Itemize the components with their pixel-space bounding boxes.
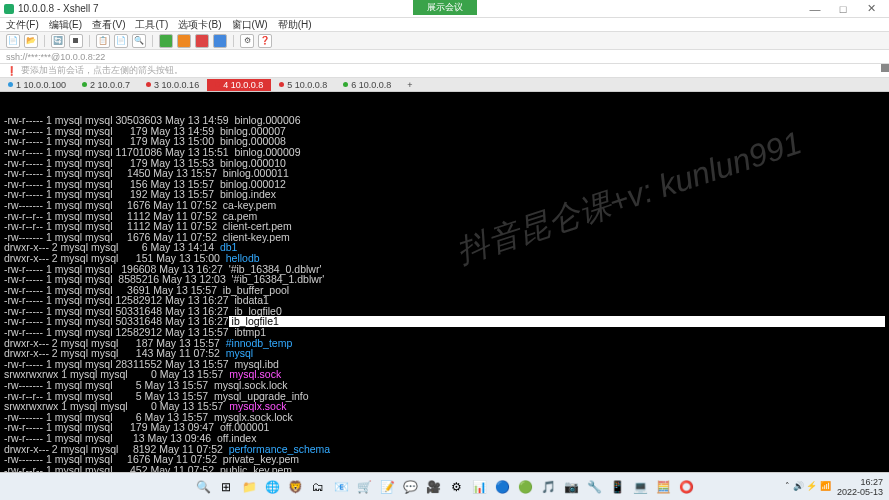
close-button[interactable]: ✕ bbox=[857, 2, 885, 15]
taskbar-app-icon[interactable]: 📱 bbox=[607, 477, 627, 497]
taskbar-app-icon[interactable]: 🟢 bbox=[515, 477, 535, 497]
disconnect-icon[interactable]: ⏹ bbox=[69, 34, 83, 48]
title-bar: 10.0.0.8 - Xshell 7 展示会议 — □ ✕ bbox=[0, 0, 889, 18]
address-text: ssh://***:***@10.0.0.8:22 bbox=[6, 52, 105, 62]
taskbar-app-icon[interactable]: 🔧 bbox=[584, 477, 604, 497]
find-icon[interactable]: 🔍 bbox=[132, 34, 146, 48]
toolbar: 📄 📂 🔄 ⏹ 📋 📄 🔍 ⚙ ❓ bbox=[0, 32, 889, 50]
status-dot-icon bbox=[215, 82, 220, 87]
tool-blue-icon[interactable] bbox=[213, 34, 227, 48]
menu-edit[interactable]: 编辑(E) bbox=[49, 18, 82, 32]
tab-label: 6 10.0.0.8 bbox=[351, 80, 391, 90]
session-tab[interactable]: 1 10.0.0.100 bbox=[0, 79, 74, 91]
taskbar-app-icon[interactable]: ⚙ bbox=[446, 477, 466, 497]
taskbar-app-icon[interactable]: 🔵 bbox=[492, 477, 512, 497]
taskbar-app-icon[interactable]: 🦁 bbox=[285, 477, 305, 497]
taskbar-app-icon[interactable]: 🛒 bbox=[354, 477, 374, 497]
tab-label: 3 10.0.0.16 bbox=[154, 80, 199, 90]
windows-taskbar: 🔍⊞📁🌐🦁🗂📧🛒📝💬🎥⚙📊🔵🟢🎵📷🔧📱💻🧮⭕ ㅤ˄ 🔊 ⚡ 📶 16:27 20… bbox=[0, 472, 889, 500]
tray-time: 16:27 bbox=[860, 477, 883, 487]
minimize-button[interactable]: — bbox=[801, 3, 829, 15]
taskbar-app-icon[interactable]: 💬 bbox=[400, 477, 420, 497]
file-row: -rw------- 1 mysql mysql 1676 May 11 07:… bbox=[4, 200, 885, 211]
file-row: -rw-r----- 1 mysql mysql 13 May 13 09:46… bbox=[4, 433, 885, 444]
session-tab[interactable]: 4 10.0.0.8 bbox=[207, 79, 271, 91]
taskbar-app-icon[interactable]: 📧 bbox=[331, 477, 351, 497]
paste-icon[interactable]: 📄 bbox=[114, 34, 128, 48]
new-tab-button[interactable]: + bbox=[399, 79, 420, 91]
taskbar-app-icon[interactable]: 📝 bbox=[377, 477, 397, 497]
status-dot-icon bbox=[82, 82, 87, 87]
address-bar[interactable]: ssh://***:***@10.0.0.8:22 bbox=[0, 50, 889, 64]
app-icon bbox=[4, 4, 14, 14]
meeting-badge[interactable]: 展示会议 bbox=[413, 0, 477, 15]
menu-help[interactable]: 帮助(H) bbox=[278, 18, 312, 32]
tool-orange-icon[interactable] bbox=[177, 34, 191, 48]
menu-bar: 文件(F) 编辑(E) 查看(V) 工具(T) 选项卡(B) 窗口(W) 帮助(… bbox=[0, 18, 889, 32]
terminal[interactable]: 抖音昆仑课+v: kunlun991 -rw-r----- 1 mysql my… bbox=[0, 92, 889, 484]
taskbar-app-icon[interactable]: 📷 bbox=[561, 477, 581, 497]
taskbar-app-icon[interactable]: 🧮 bbox=[653, 477, 673, 497]
menu-tabs[interactable]: 选项卡(B) bbox=[178, 18, 221, 32]
tool-green-icon[interactable] bbox=[159, 34, 173, 48]
menu-view[interactable]: 查看(V) bbox=[92, 18, 125, 32]
menu-window[interactable]: 窗口(W) bbox=[232, 18, 268, 32]
taskbar-app-icon[interactable]: ⊞ bbox=[216, 477, 236, 497]
status-dot-icon bbox=[343, 82, 348, 87]
scrollbar-thumb[interactable] bbox=[881, 64, 889, 72]
help-icon[interactable]: ❓ bbox=[258, 34, 272, 48]
hint-icon: ❗ bbox=[6, 66, 17, 76]
tab-label: 1 10.0.0.100 bbox=[16, 80, 66, 90]
window-title: 10.0.0.8 - Xshell 7 bbox=[18, 3, 99, 14]
taskbar-app-icon[interactable]: 🎵 bbox=[538, 477, 558, 497]
maximize-button[interactable]: □ bbox=[829, 3, 857, 15]
session-tab[interactable]: 2 10.0.0.7 bbox=[74, 79, 138, 91]
tray-date: 2022-05-13 bbox=[837, 487, 883, 497]
taskbar-app-icon[interactable]: 🔍 bbox=[193, 477, 213, 497]
file-row: drwxr-x--- 2 mysql mysql 151 May 13 15:0… bbox=[4, 253, 885, 264]
tab-label: 5 10.0.0.8 bbox=[287, 80, 327, 90]
file-row: -rw-r----- 1 mysql mysql 11701086 May 13… bbox=[4, 147, 885, 158]
session-tabbar: 1 10.0.0.1002 10.0.0.73 10.0.0.164 10.0.… bbox=[0, 78, 889, 92]
taskbar-app-icon[interactable]: ⭕ bbox=[676, 477, 696, 497]
session-tab[interactable]: 5 10.0.0.8 bbox=[271, 79, 335, 91]
taskbar-app-icon[interactable]: 🌐 bbox=[262, 477, 282, 497]
taskbar-app-icon[interactable]: 📊 bbox=[469, 477, 489, 497]
session-tab[interactable]: 3 10.0.0.16 bbox=[138, 79, 207, 91]
tool-red-icon[interactable] bbox=[195, 34, 209, 48]
taskbar-app-icon[interactable]: 🎥 bbox=[423, 477, 443, 497]
hint-bar: ❗ 要添加当前会话，点击左侧的箭头按钮。 bbox=[0, 64, 889, 78]
menu-tools[interactable]: 工具(T) bbox=[135, 18, 168, 32]
properties-icon[interactable]: ⚙ bbox=[240, 34, 254, 48]
status-dot-icon bbox=[8, 82, 13, 87]
status-dot-icon bbox=[146, 82, 151, 87]
menu-file[interactable]: 文件(F) bbox=[6, 18, 39, 32]
status-dot-icon bbox=[279, 82, 284, 87]
tab-label: 2 10.0.0.7 bbox=[90, 80, 130, 90]
open-icon[interactable]: 📂 bbox=[24, 34, 38, 48]
taskbar-app-icon[interactable]: 🗂 bbox=[308, 477, 328, 497]
tray-icons[interactable]: ㅤ˄ 🔊 ⚡ 📶 bbox=[785, 480, 831, 493]
tab-label: 4 10.0.0.8 bbox=[223, 80, 263, 90]
session-tab[interactable]: 6 10.0.0.8 bbox=[335, 79, 399, 91]
new-session-icon[interactable]: 📄 bbox=[6, 34, 20, 48]
taskbar-app-icon[interactable]: 💻 bbox=[630, 477, 650, 497]
system-tray[interactable]: ㅤ˄ 🔊 ⚡ 📶 16:27 2022-05-13 bbox=[785, 477, 883, 497]
reconnect-icon[interactable]: 🔄 bbox=[51, 34, 65, 48]
hint-text: 要添加当前会话，点击左侧的箭头按钮。 bbox=[21, 64, 183, 77]
taskbar-app-icon[interactable]: 📁 bbox=[239, 477, 259, 497]
copy-icon[interactable]: 📋 bbox=[96, 34, 110, 48]
